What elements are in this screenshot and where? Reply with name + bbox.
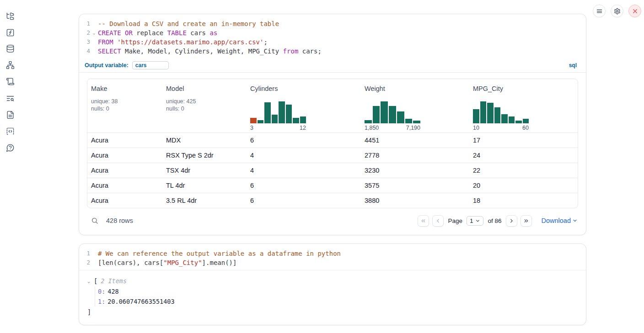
variables-icon[interactable] [5, 27, 15, 37]
help-icon[interactable] [5, 143, 15, 153]
chevron-right-icon [509, 218, 515, 224]
chevrons-right-icon [523, 218, 529, 224]
datasources-icon[interactable] [5, 43, 15, 53]
page-select[interactable]: 1 [467, 216, 484, 226]
code-line[interactable]: CREATE OR replace TABLE cars as [98, 28, 217, 37]
hist-max-label: 60 [522, 125, 529, 131]
list-item-count: 2 Items [101, 277, 127, 285]
hist-min-label: 1,850 [365, 125, 379, 131]
search-icon[interactable] [91, 217, 98, 224]
file-explorer-icon[interactable] [5, 11, 15, 21]
hist-max-label: 7,190 [406, 125, 420, 131]
weight-histogram: 1,850 7,190 [365, 100, 420, 131]
histogram-bar [523, 119, 529, 123]
previous-page-button[interactable] [432, 215, 444, 227]
histogram-bar [397, 111, 404, 123]
menu-icon [596, 8, 603, 15]
table-row[interactable]: Acura TL 4dr 6 3575 20 [87, 178, 578, 193]
results-table: Make unique: 38 nulls: 0 Model unique: 4… [87, 79, 578, 208]
column-header-weight[interactable]: Weight 1,850 7,190 [361, 79, 469, 132]
histogram-bar [264, 102, 271, 123]
code-line[interactable]: -- Download a CSV and create an in-memor… [98, 19, 279, 28]
gutter-spacer [90, 19, 98, 28]
line-number: 2 [79, 28, 90, 37]
code-line[interactable]: SELECT Make, Model, Cylinders, Weight, M… [98, 47, 322, 56]
column-stats: unique: 425 nulls: 0 [166, 98, 243, 112]
histogram-bar [373, 106, 380, 123]
column-header-mpg-city[interactable]: MPG_City 10 60 [469, 79, 578, 132]
table-footer: 428 rows Page 1 of 86 Download [79, 208, 586, 233]
code-line[interactable]: FROM 'https://datasets.marimo.app/cars.c… [98, 37, 268, 47]
line-number: 2 [79, 258, 90, 267]
python-output: ⌄ [ 2 Items 0:428 1:20.060747663551403 ] [79, 270, 586, 317]
chevron-down-icon [475, 218, 480, 223]
histogram-bar [480, 101, 487, 123]
dependency-graph-icon[interactable] [5, 60, 15, 70]
histogram-bar [509, 116, 515, 123]
column-header-make[interactable]: Make unique: 38 nulls: 0 [87, 79, 162, 132]
python-cell: 1# We can reference the output variable … [79, 243, 586, 325]
cylinders-histogram: 3 12 [250, 100, 306, 131]
histogram-bar [258, 120, 264, 123]
table-row[interactable]: Acura TSX 4dr 4 3230 22 [87, 163, 578, 178]
column-header-model[interactable]: Model unique: 425 nulls: 0 [162, 79, 247, 132]
table-header-row: Make unique: 38 nulls: 0 Model unique: 4… [87, 79, 578, 132]
table-row[interactable]: Acura 3.5 RL 4dr 6 3880 18 [87, 193, 578, 208]
histogram-bar [300, 116, 306, 123]
code-line[interactable]: # We can reference the output variable a… [98, 249, 341, 258]
list-open-bracket: [ [94, 277, 97, 285]
page-total: of 86 [488, 217, 501, 224]
output-variable-input[interactable] [132, 61, 169, 69]
snippets-icon[interactable] [5, 126, 15, 136]
close-icon [632, 8, 639, 15]
column-stats: unique: 38 nulls: 0 [91, 98, 159, 112]
left-sidebar [0, 0, 20, 333]
line-number: 3 [79, 37, 90, 47]
documentation-icon[interactable] [5, 110, 15, 120]
shutdown-button[interactable] [628, 5, 641, 17]
fold-chevron-icon[interactable]: ⌄ [90, 28, 98, 37]
first-page-button[interactable] [418, 215, 429, 227]
line-number: 1 [79, 19, 90, 28]
sql-output-variable-row: Output variable: sql [79, 58, 586, 73]
download-button[interactable]: Download [542, 217, 578, 224]
histogram-bar [473, 109, 479, 123]
chevrons-left-icon [420, 218, 426, 224]
column-header-cylinders[interactable]: Cylinders 3 12 [247, 79, 361, 132]
settings-button[interactable] [611, 5, 623, 17]
last-page-button[interactable] [521, 215, 532, 227]
histogram-bar [501, 114, 508, 123]
histogram-bar [279, 101, 285, 123]
notebook-actions [593, 5, 641, 17]
menu-button[interactable] [593, 5, 606, 17]
logs-icon[interactable] [5, 93, 15, 103]
list-close-bracket: ] [87, 307, 586, 317]
language-badge[interactable]: sql [569, 62, 577, 69]
table-row[interactable]: Acura RSX Type S 2dr 4 2778 24 [87, 148, 578, 163]
gutter-spacer [90, 47, 98, 56]
histogram-bar [389, 106, 396, 123]
chevron-down-icon [572, 218, 578, 223]
collapse-chevron-icon[interactable]: ⌄ [87, 279, 94, 284]
histogram-bar [293, 118, 299, 123]
histogram-bar [494, 107, 501, 123]
code-line[interactable]: [len(cars), cars["MPG_City"].mean()] [98, 258, 236, 267]
mpg-city-histogram: 10 60 [473, 100, 529, 131]
gutter-spacer [90, 258, 98, 267]
scratchpad-icon[interactable] [5, 76, 15, 86]
row-count: 428 rows [106, 217, 133, 224]
sql-code-editor[interactable]: 1-- Download a CSV and create an in-memo… [79, 14, 586, 58]
chevron-left-icon [435, 218, 441, 224]
histogram-bar [365, 120, 372, 123]
histogram-bar [413, 121, 420, 123]
gear-icon [614, 8, 621, 15]
output-variable-label: Output variable: [85, 62, 129, 69]
next-page-button[interactable] [506, 215, 517, 227]
hist-min-label: 3 [250, 125, 253, 131]
histogram-bar [515, 121, 522, 123]
table-row[interactable]: Acura MDX 6 4451 17 [87, 132, 578, 148]
histogram-bar [381, 101, 388, 123]
gutter-spacer [90, 37, 98, 47]
python-code-editor[interactable]: 1# We can reference the output variable … [79, 244, 586, 270]
line-number: 1 [79, 249, 90, 258]
